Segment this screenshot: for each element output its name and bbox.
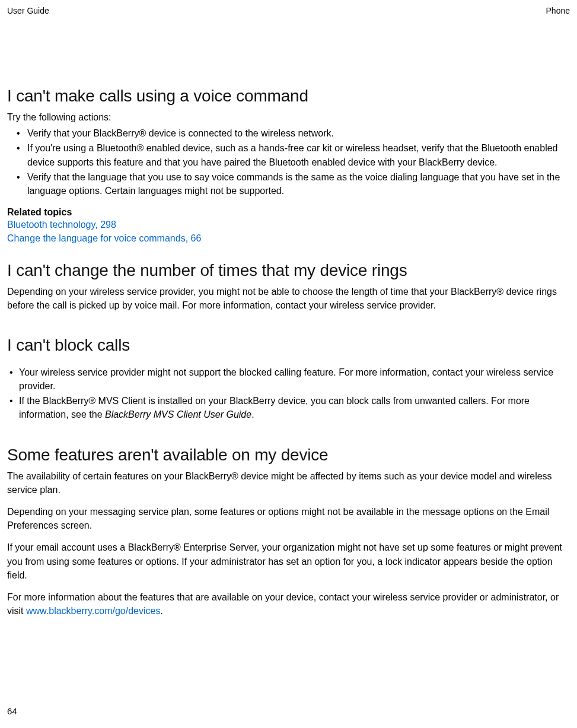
header-left: User Guide: [7, 6, 49, 15]
section-block-calls: I can't block calls Your wireless servic…: [7, 336, 570, 422]
block-calls-bullets: Your wireless service provider might not…: [7, 365, 570, 422]
section-features-unavailable: Some features aren't available on my dev…: [7, 446, 570, 618]
body-text-post: .: [160, 606, 162, 616]
page-header: User Guide Phone: [7, 6, 570, 15]
list-item: If you're using a Bluetooth® enabled dev…: [27, 141, 570, 169]
list-item: If the BlackBerry® MVS Client is install…: [19, 394, 570, 421]
header-right: Phone: [546, 6, 570, 15]
list-item: Your wireless service provider might not…: [19, 365, 570, 393]
bullet-tail: .: [251, 409, 254, 419]
page-container: User Guide Phone I can't make calls usin…: [0, 0, 577, 728]
list-item: Verify that the language that you use to…: [27, 170, 570, 198]
link-bluetooth-technology[interactable]: Bluetooth technology, 298: [7, 218, 570, 231]
voice-command-bullets: Verify that your BlackBerry® device is c…: [7, 126, 570, 198]
section-voice-command: I can't make calls using a voice command…: [7, 87, 570, 246]
list-item: Verify that your BlackBerry® device is c…: [27, 126, 570, 140]
body-text: Depending on your wireless service provi…: [7, 285, 570, 312]
section-change-rings: I can't change the number of times that …: [7, 261, 570, 312]
link-blackberry-devices[interactable]: www.blackberry.com/go/devices: [26, 606, 160, 616]
heading-block-calls: I can't block calls: [7, 336, 570, 355]
link-change-language[interactable]: Change the language for voice commands, …: [7, 231, 570, 245]
body-paragraph: For more information about the features …: [7, 590, 570, 618]
intro-text: Try the following actions:: [7, 110, 570, 124]
heading-voice-command: I can't make calls using a voice command: [7, 87, 570, 106]
italic-guide-name: BlackBerry MVS Client User Guide: [105, 409, 251, 419]
related-topics: Related topics Bluetooth technology, 298…: [7, 207, 570, 245]
heading-features-unavailable: Some features aren't available on my dev…: [7, 446, 570, 465]
body-paragraph: Depending on your messaging service plan…: [7, 505, 570, 532]
body-paragraph: The availability of certain features on …: [7, 469, 570, 497]
bullet-text: If the BlackBerry® MVS Client is install…: [19, 396, 530, 419]
page-number: 64: [7, 706, 17, 716]
heading-change-rings: I can't change the number of times that …: [7, 261, 570, 280]
related-topics-title: Related topics: [7, 207, 570, 218]
body-paragraph: If your email account uses a BlackBerry®…: [7, 541, 570, 582]
